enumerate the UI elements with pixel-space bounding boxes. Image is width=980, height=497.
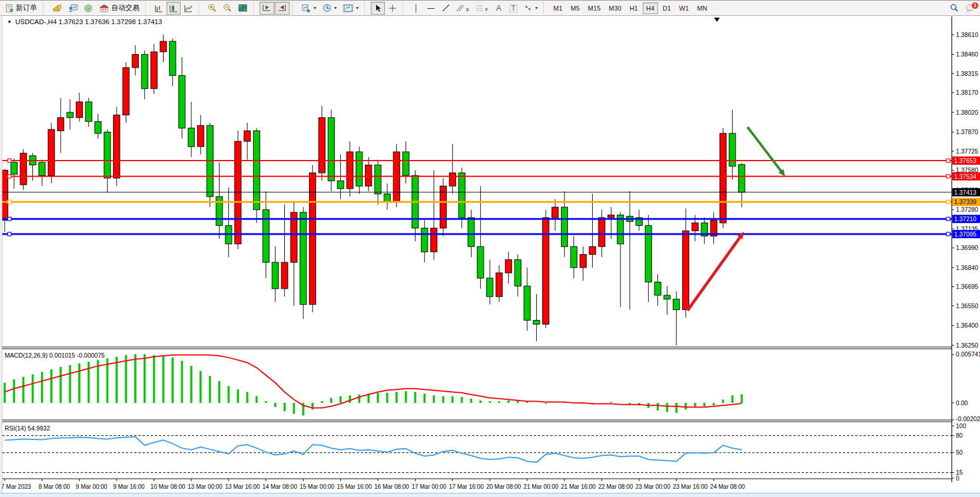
candle-body: [114, 115, 120, 178]
crosshair-button[interactable]: [386, 2, 400, 15]
text-button[interactable]: A: [491, 2, 506, 15]
new-chart-icon: [302, 4, 311, 12]
chart-shift-button[interactable]: [275, 2, 290, 15]
chat-button[interactable]: 1: [962, 2, 978, 15]
bar-chart-button[interactable]: [152, 2, 166, 15]
new-chart-button[interactable]: ▾: [299, 2, 319, 15]
text-label-button[interactable]: T: [506, 2, 520, 15]
tile-windows-button[interactable]: [235, 2, 250, 15]
candle-body: [356, 152, 363, 186]
clock-icon: [323, 4, 331, 12]
equidistant-channel-button[interactable]: E: [453, 2, 472, 15]
signals-button[interactable]: [81, 2, 96, 15]
periods-button[interactable]: ▾: [320, 2, 340, 15]
chart-menu-icon[interactable]: ▼: [7, 19, 12, 25]
cursor-icon: [374, 4, 382, 12]
timeframe-M1[interactable]: M1: [550, 2, 566, 14]
arrows-button[interactable]: ▾: [521, 2, 540, 15]
price-tick-label: 1.38170: [956, 89, 978, 96]
price-tick-label: 1.37725: [956, 148, 978, 155]
price-tick-label: 1.36550: [956, 302, 978, 309]
line-handle[interactable]: [8, 159, 11, 162]
time-label: 16 Mar 08:00: [374, 483, 409, 490]
timeframe-D1[interactable]: D1: [659, 2, 675, 14]
svg-text:1.37210: 1.37210: [954, 215, 976, 222]
line-handle[interactable]: [8, 175, 11, 178]
candle-body: [337, 181, 344, 188]
time-label: 13 Mar 16:00: [225, 483, 260, 490]
candle-body: [141, 55, 148, 89]
line-handle[interactable]: [8, 200, 11, 204]
zoom-out-button[interactable]: [220, 2, 235, 15]
rsi-axis-label: 50: [956, 449, 963, 456]
templates-button[interactable]: ▾: [340, 2, 361, 15]
candle-body: [318, 118, 325, 173]
price-tick-label: 1.38315: [956, 70, 978, 77]
timeframe-M15[interactable]: M15: [584, 2, 604, 14]
alerts-button[interactable]: [49, 2, 65, 15]
line-handle[interactable]: [946, 175, 950, 178]
time-label: 8 Mar 08:00: [38, 483, 70, 490]
line-chart-button[interactable]: [181, 2, 195, 15]
auto-trading-button[interactable]: 自动交易: [97, 2, 142, 15]
timeframe-M5[interactable]: M5: [567, 2, 583, 14]
candle-body: [431, 228, 437, 252]
candle-body: [366, 165, 372, 186]
candle-body: [328, 118, 334, 181]
timeframe-H1[interactable]: H1: [626, 2, 642, 14]
candle-body: [403, 152, 409, 175]
auto-scroll-icon: [263, 4, 271, 12]
candle-body: [459, 173, 465, 218]
new-order-button[interactable]: 新订单: [2, 2, 40, 15]
candle-body: [570, 246, 577, 268]
notification-badge: 1: [971, 2, 979, 9]
vertical-line-button[interactable]: │: [409, 2, 423, 15]
channel-icon: [456, 4, 466, 12]
toolbar-separator: [403, 2, 407, 14]
line-handle[interactable]: [946, 232, 950, 236]
candle-body: [58, 118, 64, 131]
price-tick-label: 1.36400: [956, 322, 978, 329]
timeframe-M30[interactable]: M30: [605, 2, 624, 14]
time-label: 23 Mar 00:00: [636, 483, 670, 490]
macd-axis-label: 0.00: [956, 399, 968, 406]
timeframe-MN[interactable]: MN: [693, 2, 710, 14]
auto-scroll-button[interactable]: [260, 2, 274, 15]
time-label: 21 Mar 16:00: [561, 483, 596, 490]
candle-body: [477, 246, 484, 278]
horizontal-line-icon: —: [427, 5, 434, 12]
timeframe-H4[interactable]: H4: [643, 2, 658, 14]
candle-body: [562, 207, 568, 246]
time-label: 23 Mar 16:00: [673, 483, 707, 490]
line-handle[interactable]: [8, 217, 11, 221]
candle-body: [67, 112, 73, 118]
line-handle[interactable]: [946, 217, 950, 221]
timeframe-W1[interactable]: W1: [676, 2, 693, 14]
candle-body: [739, 165, 745, 192]
time-label: 9 Mar 16:00: [113, 483, 145, 490]
price-tick-label: 1.36250: [956, 342, 978, 349]
candle-body: [2, 170, 8, 220]
zoom-in-button[interactable]: [205, 2, 220, 15]
candle-body: [683, 231, 689, 309]
search-icon: [950, 4, 959, 12]
horizontal-line-button[interactable]: —: [424, 2, 438, 15]
candle-body: [692, 223, 698, 231]
candle-body: [300, 212, 307, 305]
chevron-down-icon: ▾: [356, 5, 358, 11]
line-handle[interactable]: [8, 232, 11, 236]
fibonacci-button[interactable]: F: [473, 2, 491, 15]
line-handle[interactable]: [946, 159, 950, 162]
time-label: 10 Mar 08:00: [151, 483, 185, 490]
community-button[interactable]: [65, 2, 81, 15]
search-button[interactable]: [947, 2, 962, 15]
toolbar-separator: [543, 2, 547, 14]
line-handle[interactable]: [946, 200, 950, 204]
price-tick-label: 1.37870: [956, 128, 978, 135]
candle-body: [347, 152, 353, 189]
crosshair-icon: [388, 4, 397, 12]
price-chart-canvas[interactable]: 1.386101.384601.383151.381701.380201.378…: [0, 0, 980, 497]
cursor-button[interactable]: [371, 2, 385, 15]
trendline-button[interactable]: [438, 2, 453, 15]
candlestick-chart-button[interactable]: [167, 2, 181, 15]
